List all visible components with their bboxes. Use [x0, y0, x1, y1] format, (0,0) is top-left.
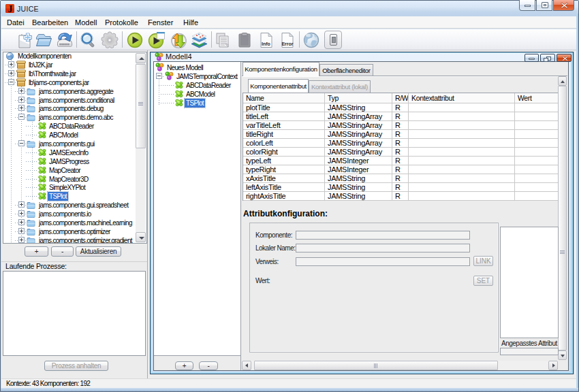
svg-text:Error: Error [281, 42, 293, 46]
svg-text:J: J [8, 4, 13, 13]
svg-text:Info: Info [262, 42, 270, 46]
